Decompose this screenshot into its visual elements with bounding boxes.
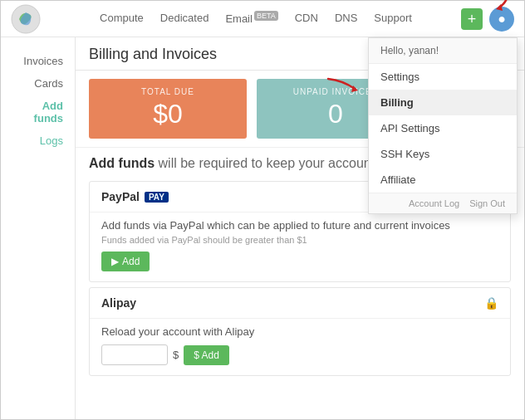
navbar: Compute Dedicated EmailBETA CDN DNS Supp… xyxy=(1,1,524,37)
alipay-description: Reload your account with Alipay xyxy=(101,325,498,338)
nav-support[interactable]: Support xyxy=(374,12,412,25)
add-button[interactable]: + xyxy=(461,8,483,30)
sidebar-item-add-funds[interactable]: ➤ Add funds xyxy=(1,95,75,129)
alipay-input-row: $ $ Add xyxy=(101,344,498,365)
nav-email-wrapper[interactable]: EmailBETA xyxy=(225,12,277,25)
logo[interactable] xyxy=(11,4,41,34)
arrow-to-billing xyxy=(320,74,361,99)
alipay-amount-input[interactable] xyxy=(101,344,168,365)
nav-cdn[interactable]: CDN xyxy=(295,12,318,25)
paypal-badge: PAY xyxy=(145,192,169,203)
account-log-link[interactable]: Account Log xyxy=(409,198,459,208)
nav-links: Compute Dedicated EmailBETA CDN DNS Supp… xyxy=(51,12,461,25)
alipay-lock-icon: 🔒 xyxy=(484,296,498,310)
dropdown-api-settings[interactable]: API Settings xyxy=(369,115,517,141)
alipay-currency: $ xyxy=(173,349,179,361)
sidebar-item-invoices[interactable]: Invoices xyxy=(1,51,75,71)
dropdown-affiliate[interactable]: Affiliate xyxy=(369,167,517,193)
dropdown-greeting: Hello, yanan! xyxy=(369,38,517,64)
paypal-description: Add funds via PayPal which can be applie… xyxy=(101,219,498,232)
paypal-body: Add funds via PayPal which can be applie… xyxy=(90,212,510,281)
sidebar: Invoices Cards ➤ Add funds Logs xyxy=(1,37,76,419)
arrow-to-avatar xyxy=(483,0,516,11)
billing-subtitle: and Invoices xyxy=(133,46,217,62)
email-badge: BETA xyxy=(254,11,278,21)
nav-dns[interactable]: DNS xyxy=(335,12,357,25)
alipay-name: Alipay xyxy=(101,296,136,310)
alipay-section: Alipay 🔒 Reload your account with Alipay… xyxy=(89,287,511,376)
total-due-value: $0 xyxy=(101,100,235,129)
nav-email: Email xyxy=(225,13,253,26)
total-due-card: TOTAL DUE $0 xyxy=(89,79,247,139)
paypal-name: PayPal PAY xyxy=(101,190,169,203)
alipay-add-button[interactable]: $ Add xyxy=(184,345,229,365)
dropdown-settings[interactable]: Settings xyxy=(369,64,517,90)
dropdown-ssh-keys[interactable]: SSH Keys xyxy=(369,141,517,167)
sidebar-item-cards[interactable]: Cards xyxy=(1,73,75,94)
paypal-note: Funds added via PayPal should be greater… xyxy=(101,235,498,245)
alipay-header: Alipay 🔒 xyxy=(90,288,510,319)
alipay-body: Reload your account with Alipay $ $ Add xyxy=(90,319,510,375)
nav-compute[interactable]: Compute xyxy=(100,12,144,25)
dropdown-billing[interactable]: Billing xyxy=(369,90,517,115)
sidebar-item-logs[interactable]: Logs xyxy=(1,130,75,151)
paypal-add-button[interactable]: ▶ Add xyxy=(101,252,150,271)
nav-dedicated[interactable]: Dedicated xyxy=(160,12,209,25)
dropdown-menu: Hello, yanan! Settings Billing API Setti… xyxy=(368,37,518,214)
total-due-label: TOTAL DUE xyxy=(101,87,235,96)
sign-out-link[interactable]: Sign Out xyxy=(469,198,505,208)
paypal-add-icon: ▶ xyxy=(111,256,119,267)
dropdown-footer: Account Log Sign Out xyxy=(369,193,517,213)
user-icon: ● xyxy=(498,12,506,27)
